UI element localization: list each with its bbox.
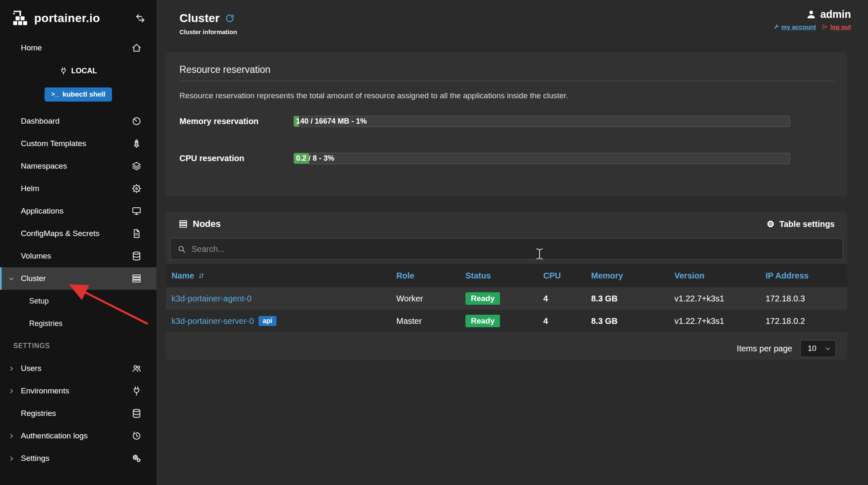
resource-reservation-widget: Resource reservation Resource reservatio… [166, 52, 847, 196]
refresh-icon[interactable] [225, 13, 235, 23]
sidebar-item-authentication-logs[interactable]: Authentication logs [0, 425, 157, 447]
column-header-status[interactable]: Status [465, 271, 543, 281]
environment-label: LOCAL [0, 59, 157, 82]
sidebar-subitem-setup[interactable]: Setup [0, 290, 157, 312]
items-per-page-select[interactable]: 10 [800, 340, 836, 357]
column-header-name[interactable]: Name [172, 271, 396, 281]
chevron-right-icon [8, 433, 15, 439]
sidebar-item-registries[interactable]: Registries [0, 402, 157, 425]
node-ip: 172.18.0.3 [766, 294, 847, 303]
table-row: k3d-portainer-agent-0 Worker Ready 4 8.3… [166, 287, 847, 310]
my-account-link[interactable]: my account [773, 23, 816, 30]
node-role: Worker [396, 294, 465, 303]
plug-icon [60, 67, 67, 75]
chevron-right-icon [8, 388, 15, 394]
table-settings-label: Table settings [779, 219, 835, 229]
search-input[interactable] [192, 244, 836, 254]
main-content: Cluster Cluster information admin my acc… [157, 0, 868, 485]
sidebar-item-namespaces[interactable]: Namespaces [0, 155, 157, 177]
file-icon [132, 229, 142, 239]
table-settings-button[interactable]: Table settings [766, 219, 835, 229]
nodes-title-label: Nodes [193, 219, 221, 229]
search-box [170, 238, 843, 260]
column-header-memory[interactable]: Memory [591, 271, 674, 281]
settings-section-header: SETTINGS [0, 335, 157, 357]
chevron-down-icon [825, 346, 831, 352]
sidebar-item-cluster[interactable]: Cluster [0, 267, 157, 290]
node-cpu: 4 [543, 316, 591, 326]
monitor-icon [132, 206, 142, 216]
sidebar-item-custom-templates[interactable]: Custom Templates [0, 132, 157, 155]
sidebar-subitem-registries[interactable]: Registries [0, 312, 157, 335]
sidebar-item-helm[interactable]: Helm [0, 177, 157, 200]
database-icon [132, 408, 142, 418]
chevron-right-icon [8, 366, 15, 372]
sidebar-item-label: Namespaces [21, 162, 67, 171]
sidebar-item-label: Applications [21, 206, 63, 216]
memory-progress-text: 140 / 16674 MB - 1% [296, 116, 367, 127]
user-icon [806, 9, 816, 20]
sidebar-item-applications[interactable]: Applications [0, 200, 157, 222]
sidebar-item-home[interactable]: Home [0, 37, 157, 59]
sidebar-item-label: Users [21, 364, 42, 373]
page-subtitle: Cluster information [157, 28, 868, 35]
kubectl-shell-button[interactable]: >_ kubectl shell [45, 87, 112, 102]
portainer-app: portainer.io Home LOCAL >_ kubectl shell [0, 0, 868, 485]
sidebar-item-label: Environments [21, 386, 69, 395]
node-name-link[interactable]: k3d-portainer-server-0 [172, 316, 254, 326]
chevron-down-icon [8, 276, 15, 282]
memory-reservation-label: Memory reservation [179, 117, 293, 126]
environment-name: LOCAL [71, 67, 97, 75]
portainer-logo-icon [11, 9, 30, 28]
sidebar-item-label: Custom Templates [21, 139, 86, 148]
sidebar-item-configmaps-secrets[interactable]: ConfigMaps & Secrets [0, 222, 157, 245]
rocket-icon [132, 139, 142, 149]
api-badge: api [259, 316, 276, 326]
sidebar-item-users[interactable]: Users [0, 357, 157, 380]
gear-icon [766, 219, 775, 229]
sidebar-item-volumes[interactable]: Volumes [0, 245, 157, 267]
user-menu[interactable]: admin [773, 8, 851, 20]
logo-row: portainer.io [0, 0, 157, 37]
history-icon [132, 431, 142, 441]
sidebar-item-label: Home [21, 43, 42, 52]
status-badge: Ready [465, 292, 500, 305]
table-row: k3d-portainer-server-0 api Master Ready … [166, 310, 847, 332]
terminal-icon: >_ [51, 91, 59, 98]
node-version: v1.22.7+k3s1 [674, 316, 766, 326]
node-name-link[interactable]: k3d-portainer-agent-0 [172, 294, 251, 303]
column-header-role[interactable]: Role [396, 271, 465, 281]
chevron-right-icon [8, 455, 15, 462]
kubectl-shell-row: >_ kubectl shell [0, 82, 157, 107]
node-memory: 8.3 GB [591, 316, 674, 326]
sidebar-item-settings[interactable]: Settings [0, 447, 157, 470]
sidebar: portainer.io Home LOCAL >_ kubectl shell [0, 0, 157, 485]
sidebar-item-label: Cluster [21, 274, 46, 283]
gauge-icon [132, 116, 142, 126]
table-header-row: Name Role Status CPU Memory Version IP A… [166, 264, 847, 287]
server-rack-icon [179, 219, 188, 229]
gears-icon [132, 453, 142, 463]
log-out-link[interactable]: log out [822, 23, 851, 30]
widget-title: Resource reservation [179, 64, 834, 81]
column-header-ip[interactable]: IP Address [766, 271, 847, 281]
collapse-sidebar-icon[interactable] [135, 13, 146, 24]
wrench-icon [773, 24, 779, 30]
server-rack-icon [132, 274, 142, 284]
home-icon [132, 43, 142, 53]
column-header-cpu[interactable]: CPU [543, 271, 591, 281]
log-out-label: log out [830, 23, 851, 30]
plug-icon [132, 386, 142, 396]
column-header-version[interactable]: Version [674, 271, 766, 281]
log-out-icon [822, 24, 828, 30]
sidebar-item-label: Registries [21, 409, 56, 418]
items-per-page-label: Items per page [737, 344, 792, 353]
sidebar-item-label: Helm [21, 184, 39, 193]
sidebar-item-environments[interactable]: Environments [0, 380, 157, 402]
cpu-progress-text: 0.2 / 8 - 3% [296, 153, 334, 164]
sidebar-item-dashboard[interactable]: Dashboard [0, 110, 157, 132]
search-icon [177, 245, 186, 254]
node-cpu: 4 [543, 294, 591, 303]
page-title: Cluster [179, 12, 219, 25]
sidebar-item-label: Registries [29, 319, 62, 328]
